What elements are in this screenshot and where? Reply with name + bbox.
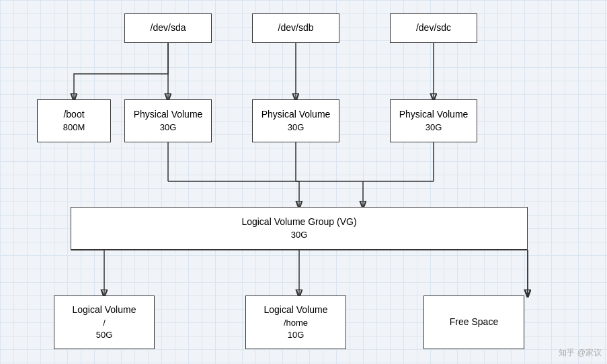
- pv1-sublabel: 30G: [160, 122, 177, 134]
- lv2-label: Logical Volume: [264, 304, 328, 317]
- box-vg: Logical Volume Group (VG) 30G: [71, 207, 528, 250]
- watermark: 知乎 @家议: [559, 347, 602, 359]
- pv3-sublabel: 30G: [426, 122, 442, 134]
- pv3-label: Physical Volume: [399, 108, 469, 122]
- pv1-label: Physical Volume: [134, 108, 203, 122]
- box-sda: /dev/sda: [124, 13, 212, 43]
- lv2-sublabel: /home: [284, 317, 308, 329]
- box-boot: /boot 800M: [37, 99, 111, 142]
- lv2-size: 10G: [288, 329, 305, 341]
- box-pv1: Physical Volume 30G: [124, 99, 212, 142]
- diagram: /dev/sda /dev/sdb /dev/sdc /boot 800M Ph…: [0, 0, 607, 364]
- box-lv1: Logical Volume / 50G: [54, 295, 155, 349]
- boot-label: /boot: [63, 108, 84, 122]
- pv2-sublabel: 30G: [288, 122, 305, 134]
- box-lv2: Logical Volume /home 10G: [245, 295, 346, 349]
- boot-sublabel: 800M: [63, 122, 85, 134]
- fs-label: Free Space: [450, 316, 498, 329]
- box-sdb: /dev/sdb: [252, 13, 339, 43]
- lv1-size: 50G: [96, 329, 113, 341]
- box-fs: Free Space: [423, 295, 524, 349]
- sdc-label: /dev/sdc: [416, 21, 451, 35]
- vg-sublabel: 30G: [291, 229, 308, 241]
- sda-label: /dev/sda: [151, 21, 186, 35]
- lv1-label: Logical Volume: [73, 304, 136, 317]
- sdb-label: /dev/sdb: [278, 21, 314, 35]
- box-sdc: /dev/sdc: [390, 13, 477, 43]
- box-pv3: Physical Volume 30G: [390, 99, 477, 142]
- vg-label: Logical Volume Group (VG): [241, 216, 356, 229]
- lv1-sublabel: /: [103, 317, 106, 329]
- box-pv2: Physical Volume 30G: [252, 99, 339, 142]
- pv2-label: Physical Volume: [261, 108, 331, 122]
